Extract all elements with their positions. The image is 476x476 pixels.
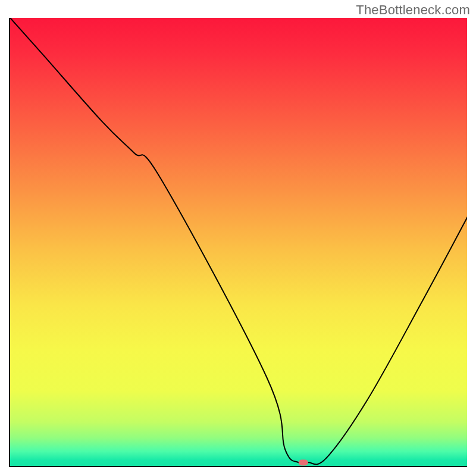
optimum-marker-layer	[10, 18, 467, 467]
watermark-text: TheBottleneck.com	[356, 2, 470, 18]
optimum-marker	[299, 459, 308, 465]
plot-area	[9, 18, 467, 467]
chart-container: TheBottleneck.com	[0, 0, 476, 476]
